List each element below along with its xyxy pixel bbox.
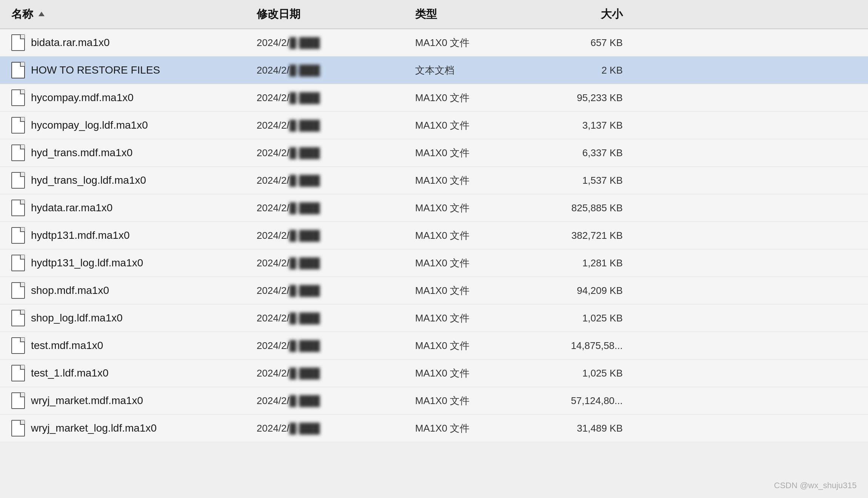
file-date: 2024/2/█·███ bbox=[257, 175, 415, 186]
file-explorer: 名称 修改日期 类型 大小 bidata.rar.ma1x0 2024/2/█·… bbox=[0, 0, 868, 498]
file-icon bbox=[11, 255, 25, 271]
file-icon bbox=[11, 200, 25, 216]
date-blurred: █·███ bbox=[289, 395, 320, 407]
table-row[interactable]: test.mdf.ma1x0 2024/2/█·███ MA1X0 文件 14,… bbox=[0, 332, 868, 360]
file-name: hydata.rar.ma1x0 bbox=[31, 202, 112, 214]
table-row[interactable]: wryj_market.mdf.ma1x0 2024/2/█·███ MA1X0… bbox=[0, 387, 868, 415]
file-size: 14,875,58... bbox=[543, 340, 638, 352]
table-row[interactable]: shop.mdf.ma1x0 2024/2/█·███ MA1X0 文件 94,… bbox=[0, 277, 868, 304]
file-name-cell: wryj_market.mdf.ma1x0 bbox=[11, 392, 257, 409]
file-type: 文本文档 bbox=[415, 64, 543, 77]
file-name-cell: hyd_trans_log.ldf.ma1x0 bbox=[11, 172, 257, 189]
table-row[interactable]: wryj_market_log.ldf.ma1x0 2024/2/█·███ M… bbox=[0, 415, 868, 442]
file-date: 2024/2/█·███ bbox=[257, 147, 415, 159]
file-name: hydtp131_log.ldf.ma1x0 bbox=[31, 257, 143, 269]
file-name: hycompay_log.ldf.ma1x0 bbox=[31, 119, 148, 131]
file-icon bbox=[11, 365, 25, 381]
file-name-cell: hycompay_log.ldf.ma1x0 bbox=[11, 117, 257, 134]
file-size: 3,137 KB bbox=[543, 120, 638, 131]
file-icon bbox=[11, 34, 25, 51]
file-name-cell: test.mdf.ma1x0 bbox=[11, 337, 257, 354]
file-name-cell: shop_log.ldf.ma1x0 bbox=[11, 310, 257, 326]
file-date: 2024/2/█·███ bbox=[257, 340, 415, 352]
table-row[interactable]: hyd_trans_log.ldf.ma1x0 2024/2/█·███ MA1… bbox=[0, 167, 868, 194]
file-date: 2024/2/█·███ bbox=[257, 120, 415, 131]
table-row[interactable]: hydtp131.mdf.ma1x0 2024/2/█·███ MA1X0 文件… bbox=[0, 222, 868, 249]
file-name: test_1.ldf.ma1x0 bbox=[31, 367, 108, 379]
file-type: MA1X0 文件 bbox=[415, 257, 543, 270]
file-name: wryj_market.mdf.ma1x0 bbox=[31, 395, 143, 407]
date-blurred: █·███ bbox=[289, 367, 320, 379]
file-icon bbox=[11, 420, 25, 437]
date-blurred: █·███ bbox=[289, 340, 320, 352]
date-blurred: █·███ bbox=[289, 230, 320, 241]
table-row[interactable]: hydtp131_log.ldf.ma1x0 2024/2/█·███ MA1X… bbox=[0, 249, 868, 277]
file-icon bbox=[11, 227, 25, 244]
file-type: MA1X0 文件 bbox=[415, 394, 543, 407]
table-row[interactable]: hydata.rar.ma1x0 2024/2/█·███ MA1X0 文件 8… bbox=[0, 194, 868, 222]
file-size: 1,537 KB bbox=[543, 175, 638, 186]
file-type: MA1X0 文件 bbox=[415, 339, 543, 352]
date-blurred: █·███ bbox=[289, 92, 320, 104]
header-col-type[interactable]: 类型 bbox=[415, 7, 543, 22]
table-header: 名称 修改日期 类型 大小 bbox=[0, 0, 868, 29]
file-icon bbox=[11, 337, 25, 354]
file-type: MA1X0 文件 bbox=[415, 119, 543, 132]
file-name-cell: shop.mdf.ma1x0 bbox=[11, 282, 257, 299]
date-blurred: █·███ bbox=[289, 423, 320, 434]
file-icon bbox=[11, 144, 25, 161]
file-type: MA1X0 文件 bbox=[415, 284, 543, 297]
file-name-cell: bidata.rar.ma1x0 bbox=[11, 34, 257, 51]
header-col-name[interactable]: 名称 bbox=[11, 7, 257, 22]
file-size: 1,025 KB bbox=[543, 367, 638, 379]
file-icon bbox=[11, 310, 25, 326]
file-icon bbox=[11, 117, 25, 134]
file-icon bbox=[11, 172, 25, 189]
date-blurred: █·███ bbox=[289, 202, 320, 214]
file-size: 382,721 KB bbox=[543, 230, 638, 241]
table-row[interactable]: shop_log.ldf.ma1x0 2024/2/█·███ MA1X0 文件… bbox=[0, 304, 868, 332]
file-name: hyd_trans.mdf.ma1x0 bbox=[31, 147, 132, 159]
table-row[interactable]: HOW TO RESTORE FILES 2024/2/█·███ 文本文档 2… bbox=[0, 57, 868, 84]
date-blurred: █·███ bbox=[289, 285, 320, 297]
table-row[interactable]: hycompay_log.ldf.ma1x0 2024/2/█·███ MA1X… bbox=[0, 112, 868, 139]
table-row[interactable]: test_1.ldf.ma1x0 2024/2/█·███ MA1X0 文件 1… bbox=[0, 360, 868, 387]
file-name-cell: wryj_market_log.ldf.ma1x0 bbox=[11, 420, 257, 437]
file-size: 94,209 KB bbox=[543, 285, 638, 297]
date-blurred: █·███ bbox=[289, 37, 320, 49]
file-date: 2024/2/█·███ bbox=[257, 92, 415, 104]
file-date: 2024/2/█·███ bbox=[257, 230, 415, 241]
file-type: MA1X0 文件 bbox=[415, 422, 543, 435]
header-col-date[interactable]: 修改日期 bbox=[257, 7, 415, 22]
date-blurred: █·███ bbox=[289, 312, 320, 324]
file-size: 1,025 KB bbox=[543, 312, 638, 324]
file-size: 95,233 KB bbox=[543, 92, 638, 104]
file-size: 825,885 KB bbox=[543, 202, 638, 214]
header-col-size[interactable]: 大小 bbox=[543, 7, 638, 22]
file-name-cell: hydata.rar.ma1x0 bbox=[11, 200, 257, 216]
file-name: HOW TO RESTORE FILES bbox=[31, 64, 160, 76]
file-date: 2024/2/█·███ bbox=[257, 367, 415, 379]
file-type: MA1X0 文件 bbox=[415, 174, 543, 187]
file-name: test.mdf.ma1x0 bbox=[31, 340, 103, 352]
file-list: bidata.rar.ma1x0 2024/2/█·███ MA1X0 文件 6… bbox=[0, 29, 868, 442]
file-size: 57,124,80... bbox=[543, 395, 638, 407]
file-type: MA1X0 文件 bbox=[415, 229, 543, 242]
sort-arrow-icon bbox=[38, 12, 45, 16]
file-date: 2024/2/█·███ bbox=[257, 257, 415, 269]
file-type: MA1X0 文件 bbox=[415, 146, 543, 160]
file-date: 2024/2/█·███ bbox=[257, 65, 415, 76]
table-row[interactable]: hycompay.mdf.ma1x0 2024/2/█·███ MA1X0 文件… bbox=[0, 84, 868, 112]
file-name: wryj_market_log.ldf.ma1x0 bbox=[31, 422, 157, 434]
file-name-cell: hyd_trans.mdf.ma1x0 bbox=[11, 144, 257, 161]
file-name-cell: hycompay.mdf.ma1x0 bbox=[11, 89, 257, 106]
file-type: MA1X0 文件 bbox=[415, 201, 543, 215]
file-date: 2024/2/█·███ bbox=[257, 395, 415, 407]
date-blurred: █·███ bbox=[289, 120, 320, 131]
date-blurred: █·███ bbox=[289, 147, 320, 159]
file-name: shop_log.ldf.ma1x0 bbox=[31, 312, 123, 324]
table-row[interactable]: bidata.rar.ma1x0 2024/2/█·███ MA1X0 文件 6… bbox=[0, 29, 868, 57]
watermark: CSDN @wx_shuju315 bbox=[774, 481, 857, 490]
table-row[interactable]: hyd_trans.mdf.ma1x0 2024/2/█·███ MA1X0 文… bbox=[0, 139, 868, 167]
file-size: 2 KB bbox=[543, 65, 638, 76]
